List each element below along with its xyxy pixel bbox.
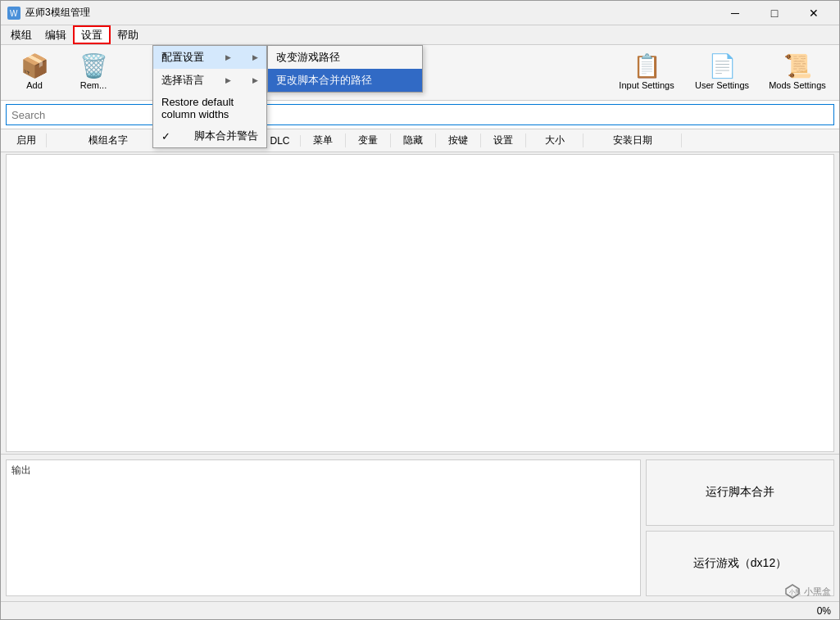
check-icon: ✓ <box>161 130 170 143</box>
output-label: 输出 <box>11 464 31 477</box>
window-title: 巫师3模组管理 <box>25 6 90 20</box>
watermark-text: 小黑盒 <box>804 586 831 598</box>
watermark-icon: 小黑 <box>784 583 801 600</box>
change-game-path-item[interactable]: 改变游戏路径 <box>268 46 422 69</box>
remove-label: Rem... <box>80 80 107 90</box>
settings-restore-item[interactable]: Restore default column widths <box>153 92 266 124</box>
settings-language-item[interactable]: 选择语言 ▶ <box>153 69 266 92</box>
add-button[interactable]: 📦 Add <box>6 49 63 97</box>
minimize-button[interactable]: ─ <box>716 1 754 25</box>
menu-bar: 模组 编辑 设置 帮助 <box>1 25 839 45</box>
search-input[interactable] <box>6 104 834 125</box>
col-install-date: 安装日期 <box>583 134 682 147</box>
config-label: 配置设置 <box>161 50 204 65</box>
table-body <box>6 154 834 452</box>
language-arrow: ▶ <box>225 76 231 84</box>
bottom-section: 输出 运行脚本合并 运行游戏（dx12） <box>1 454 839 601</box>
user-settings-label: User Settings <box>695 80 749 90</box>
progress-text: 0% <box>817 605 831 617</box>
close-button[interactable]: ✕ <box>795 1 833 25</box>
col-menu: 菜单 <box>301 134 346 147</box>
action-buttons: 运行脚本合并 运行游戏（dx12） <box>646 459 834 596</box>
add-icon: 📦 <box>20 55 49 78</box>
window-controls: ─ □ ✕ <box>716 1 833 25</box>
input-settings-icon: 📋 <box>633 55 661 78</box>
change-merge-path-item[interactable]: 更改脚本合并的路径 <box>268 69 422 92</box>
col-enabled: 启用 <box>6 134 47 147</box>
settings-dropdown: 配置设置 ▶ 选择语言 ▶ Restore default column wid… <box>152 45 267 148</box>
menu-item-mods[interactable]: 模组 <box>4 25 39 44</box>
user-settings-button[interactable]: 📄 User Settings <box>685 49 759 97</box>
run-merge-button[interactable]: 运行脚本合并 <box>646 459 834 526</box>
config-arrow: ▶ <box>225 53 231 61</box>
svg-text:小黑: 小黑 <box>789 589 801 595</box>
change-merge-path-label: 更改脚本合并的路径 <box>276 74 372 86</box>
watermark: 小黑 小黑盒 <box>784 583 831 600</box>
title-bar: W 巫师3模组管理 ─ □ ✕ <box>1 1 839 25</box>
col-modname: 模组名字 <box>47 134 170 147</box>
mods-settings-button[interactable]: 📜 Mods Settings <box>761 49 834 97</box>
status-bar: 0% <box>1 601 839 619</box>
menu-item-settings[interactable]: 设置 <box>73 25 111 44</box>
svg-text:W: W <box>10 9 18 18</box>
col-key: 按键 <box>436 134 481 147</box>
input-settings-button[interactable]: 📋 Input Settings <box>610 49 683 97</box>
settings-config-item[interactable]: 配置设置 ▶ <box>153 46 266 69</box>
settings-warning-item[interactable]: ✓ 脚本合并警告 <box>153 124 266 147</box>
maximize-button[interactable]: □ <box>756 1 793 25</box>
col-size: 大小 <box>526 134 583 147</box>
language-label: 选择语言 <box>161 73 204 88</box>
remove-icon: 🗑️ <box>79 55 108 78</box>
mods-settings-label: Mods Settings <box>769 80 826 90</box>
col-hidden: 隐藏 <box>391 134 436 147</box>
input-settings-label: Input Settings <box>619 80 674 90</box>
search-bar <box>1 101 839 129</box>
output-panel: 输出 <box>6 459 641 596</box>
title-bar-left: W 巫师3模组管理 <box>7 6 90 20</box>
add-label: Add <box>26 80 43 90</box>
app-icon: W <box>7 7 20 20</box>
app-window: W 巫师3模组管理 ─ □ ✕ 模组 编辑 设置 帮助 📦 Add 🗑 <box>0 0 840 620</box>
col-var: 变量 <box>346 134 391 147</box>
menu-item-help[interactable]: 帮助 <box>111 25 145 44</box>
table-header: 启用 模组名字 优先级 资料 DLC 菜单 变量 隐藏 按键 设置 大小 安装日… <box>1 129 839 152</box>
mods-settings-icon: 📜 <box>783 55 812 78</box>
remove-button[interactable]: 🗑️ Rem... <box>65 49 122 97</box>
restore-label: Restore default column widths <box>161 96 258 120</box>
col-settings: 设置 <box>481 134 526 147</box>
warning-label: 脚本合并警告 <box>194 129 258 143</box>
change-game-path-label: 改变游戏路径 <box>276 51 340 63</box>
config-submenu: 改变游戏路径 更改脚本合并的路径 <box>267 45 423 93</box>
user-settings-icon: 📄 <box>708 55 737 78</box>
menu-item-edit[interactable]: 编辑 <box>39 25 73 44</box>
